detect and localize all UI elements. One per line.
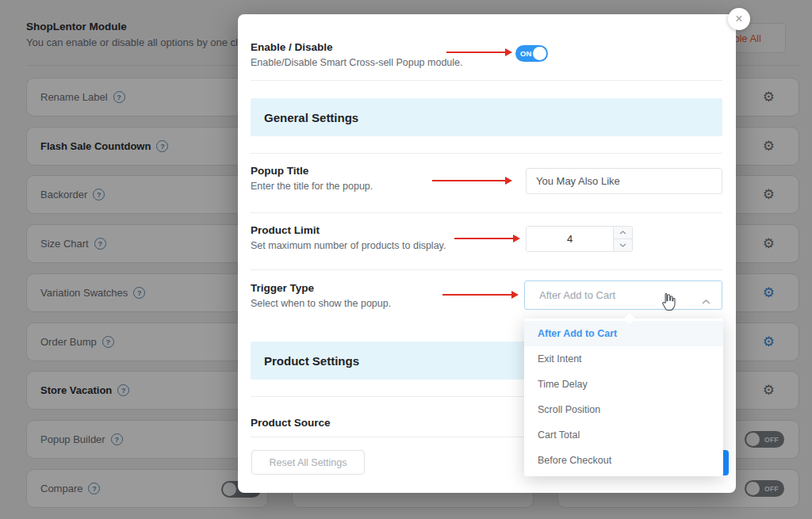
hand-cursor-icon bbox=[658, 292, 677, 317]
modal-close-button[interactable]: × bbox=[728, 8, 750, 30]
spinner-down-button[interactable] bbox=[614, 239, 632, 251]
product-source-label: Product Source bbox=[251, 417, 331, 429]
popup-title-label: Popup Title bbox=[251, 165, 308, 177]
divider bbox=[251, 80, 722, 81]
reset-all-settings-button[interactable]: Reset All Settings bbox=[251, 450, 365, 475]
spinner-up-button[interactable] bbox=[614, 227, 632, 239]
product-limit-label: Product Limit bbox=[251, 224, 320, 236]
toggle-state-label: ON bbox=[520, 49, 531, 58]
section-title: Product Settings bbox=[264, 354, 359, 368]
dropdown-option-cart-total[interactable]: Cart Total bbox=[524, 422, 723, 448]
annotation-arrow bbox=[432, 180, 506, 181]
dropdown-option-after-add-to-cart[interactable]: After Add to Cart bbox=[524, 321, 723, 346]
dropdown-option-before-checkout[interactable]: Before Checkout bbox=[524, 448, 723, 473]
annotation-arrow bbox=[454, 238, 514, 239]
selected-value: After Add to Cart bbox=[539, 289, 615, 301]
annotation-arrow bbox=[446, 52, 506, 53]
enable-toggle[interactable]: ON bbox=[515, 45, 548, 62]
enable-disable-desc: Enable/Disable Smart Cross-sell Popup mo… bbox=[251, 57, 463, 68]
chevron-down-icon bbox=[619, 243, 626, 247]
smart-cross-sell-popup-modal: Enable / Disable Enable/Disable Smart Cr… bbox=[238, 14, 736, 493]
close-icon: × bbox=[735, 13, 742, 25]
divider bbox=[251, 269, 722, 270]
enable-disable-label: Enable / Disable bbox=[251, 41, 333, 53]
trigger-type-label: Trigger Type bbox=[251, 282, 314, 294]
section-title: General Settings bbox=[264, 111, 358, 124]
toggle-knob bbox=[533, 47, 546, 60]
divider bbox=[251, 153, 722, 154]
trigger-type-desc: Select when to show the popup. bbox=[251, 298, 391, 309]
product-limit-desc: Set maximum number of products to displa… bbox=[251, 240, 446, 251]
general-settings-section-header: General Settings bbox=[251, 98, 722, 136]
dropdown-option-scroll-position[interactable]: Scroll Position bbox=[524, 397, 723, 422]
trigger-type-dropdown: After Add to Cart Exit Intent Time Delay… bbox=[524, 319, 723, 476]
popup-title-input[interactable] bbox=[526, 168, 722, 194]
annotation-arrow bbox=[442, 294, 512, 296]
chevron-up-icon bbox=[702, 293, 710, 307]
popup-title-desc: Enter the title for the popup. bbox=[251, 181, 373, 192]
number-spinner bbox=[613, 227, 632, 251]
product-limit-field bbox=[526, 226, 633, 252]
dropdown-option-exit-intent[interactable]: Exit Intent bbox=[524, 346, 723, 372]
dropdown-option-time-delay[interactable]: Time Delay bbox=[524, 372, 723, 397]
product-limit-input[interactable] bbox=[527, 227, 613, 251]
chevron-up-icon bbox=[619, 231, 626, 235]
trigger-type-select[interactable]: After Add to Cart bbox=[524, 280, 722, 310]
divider bbox=[251, 212, 722, 213]
